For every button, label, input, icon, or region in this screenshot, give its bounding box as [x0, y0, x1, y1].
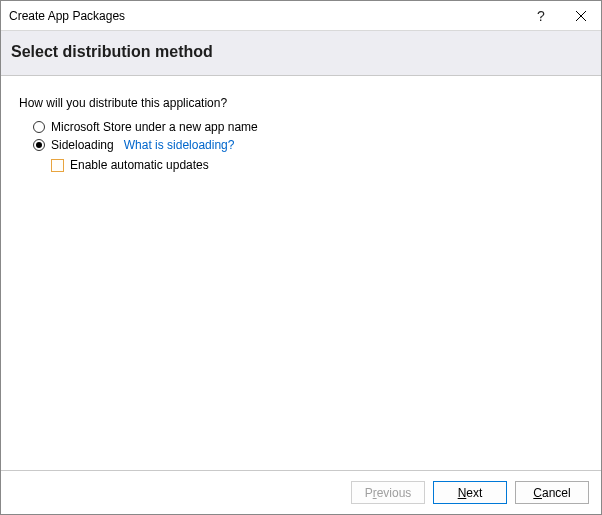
titlebar: Create App Packages ?: [1, 1, 601, 31]
help-button[interactable]: ?: [521, 1, 561, 31]
option-label: Microsoft Store under a new app name: [51, 120, 258, 134]
radio-icon-selected: [33, 139, 45, 151]
btn-text: ext: [466, 486, 482, 500]
checkbox-icon: [51, 159, 64, 172]
wizard-content: How will you distribute this application…: [1, 76, 601, 470]
page-title: Select distribution method: [11, 43, 591, 61]
question-label: How will you distribute this application…: [19, 96, 583, 110]
btn-text: P: [365, 486, 373, 500]
option-sideloading[interactable]: Sideloading What is sideloading?: [33, 138, 583, 152]
window-title: Create App Packages: [9, 9, 521, 23]
radio-icon: [33, 121, 45, 133]
option-label: Sideloading: [51, 138, 114, 152]
btn-mnemonic: C: [533, 486, 542, 500]
sideloading-help-link[interactable]: What is sideloading?: [124, 138, 235, 152]
enable-automatic-updates[interactable]: Enable automatic updates: [51, 158, 583, 172]
close-button[interactable]: [561, 1, 601, 31]
wizard-footer: Previous Next Cancel: [1, 470, 601, 514]
next-button[interactable]: Next: [433, 481, 507, 504]
close-icon: [576, 11, 586, 21]
wizard-header: Select distribution method: [1, 31, 601, 76]
btn-text: evious: [377, 486, 412, 500]
btn-mnemonic: N: [458, 486, 467, 500]
cancel-button[interactable]: Cancel: [515, 481, 589, 504]
previous-button: Previous: [351, 481, 425, 504]
btn-text: ancel: [542, 486, 571, 500]
option-microsoft-store[interactable]: Microsoft Store under a new app name: [33, 120, 583, 134]
checkbox-label: Enable automatic updates: [70, 158, 209, 172]
